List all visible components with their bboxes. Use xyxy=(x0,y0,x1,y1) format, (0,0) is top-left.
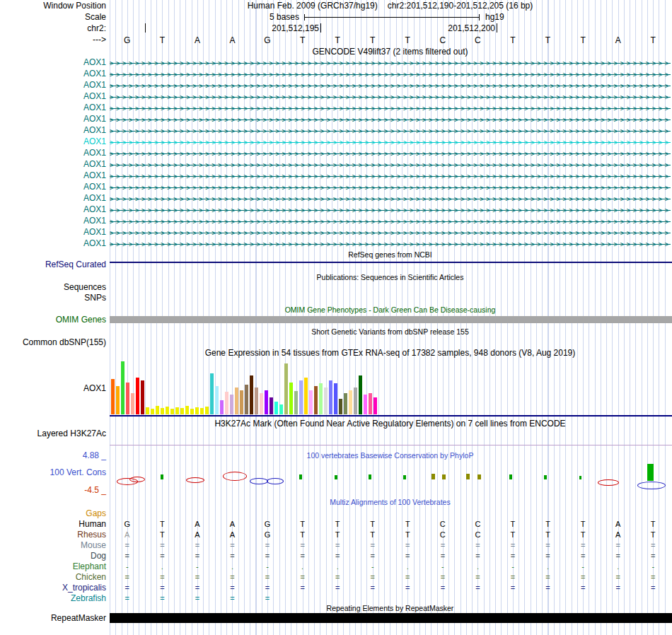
gencode-track-title[interactable]: GENCODE V49lift37 (2 items filtered out) xyxy=(110,47,671,57)
gtex-tissue-bar[interactable] xyxy=(265,390,268,414)
gtex-tissue-bar[interactable] xyxy=(190,409,194,414)
gtex-tissue-bar[interactable] xyxy=(319,383,323,414)
gtex-tissue-bar[interactable] xyxy=(235,388,238,414)
gtex-tissue-bar[interactable] xyxy=(205,407,209,414)
gtex-tissue-bar[interactable] xyxy=(245,385,248,414)
gtex-tissue-bar[interactable] xyxy=(289,383,293,414)
multiz-species-label[interactable]: Gaps xyxy=(0,508,106,518)
repeatmasker-label[interactable]: RepeatMasker xyxy=(0,614,106,623)
gencode-transcript-label[interactable]: AOX1 xyxy=(0,125,106,136)
gencode-transcript-label[interactable]: AOX1 xyxy=(0,204,106,215)
gencode-transcript-item[interactable]: >>>>>>>>>>>>>>>>>>>>>>>>>>>>>>>>>>>>>>>>… xyxy=(110,204,671,216)
gtex-tissue-bar[interactable] xyxy=(175,407,179,414)
gencode-transcript-label[interactable]: AOX1 xyxy=(0,159,106,170)
gtex-track-title[interactable]: Gene Expression in 54 tissues from GTEx … xyxy=(110,349,671,358)
omim-gene-item[interactable] xyxy=(110,316,672,323)
omim-track-title[interactable]: OMIM Gene Phenotypes - Dark Green Can Be… xyxy=(110,305,671,315)
gtex-tissue-bar[interactable] xyxy=(359,375,362,414)
gtex-tissue-bar[interactable] xyxy=(344,393,347,414)
gtex-tissue-bar[interactable] xyxy=(373,397,377,414)
gencode-transcript-label[interactable]: AOX1 xyxy=(0,227,106,238)
gtex-tissue-bar[interactable] xyxy=(156,406,159,414)
multiz-species-label[interactable]: Zebrafish xyxy=(0,593,106,603)
omim-genes-label[interactable]: OMIM Genes xyxy=(0,315,106,325)
gencode-transcript-label[interactable]: AOX1 xyxy=(0,114,106,124)
gencode-transcript-label[interactable]: AOX1 xyxy=(0,136,106,147)
repeatmasker-item[interactable] xyxy=(110,613,672,623)
gencode-transcript-item[interactable]: >>>>>>>>>>>>>>>>>>>>>>>>>>>>>>>>>>>>>>>>… xyxy=(110,103,671,114)
gencode-transcript-item[interactable]: >>>>>>>>>>>>>>>>>>>>>>>>>>>>>>>>>>>>>>>>… xyxy=(110,57,671,69)
gtex-tissue-bar[interactable] xyxy=(146,407,149,414)
gencode-transcript-item[interactable]: >>>>>>>>>>>>>>>>>>>>>>>>>>>>>>>>>>>>>>>>… xyxy=(110,170,671,182)
gtex-tissue-bar[interactable] xyxy=(170,409,174,414)
gtex-tissue-bar[interactable] xyxy=(260,393,263,414)
gtex-gene-label[interactable]: AOX1 xyxy=(0,384,106,393)
gtex-tissue-bar[interactable] xyxy=(111,379,115,414)
gtex-tissue-bar[interactable] xyxy=(166,407,169,414)
gencode-transcript-item[interactable]: >>>>>>>>>>>>>>>>>>>>>>>>>>>>>>>>>>>>>>>>… xyxy=(110,91,671,103)
refseq-track-title[interactable]: RefSeq genes from NCBI xyxy=(110,250,671,260)
gtex-tissue-bar[interactable] xyxy=(250,375,253,414)
gtex-tissue-bar[interactable] xyxy=(185,406,189,414)
gtex-tissue-bar[interactable] xyxy=(215,386,219,414)
multiz-species-label[interactable]: Dog xyxy=(0,551,106,561)
gtex-tissue-bar[interactable] xyxy=(180,408,184,414)
multiz-species-label[interactable]: Rhesus xyxy=(0,530,106,540)
gencode-transcript-label[interactable]: AOX1 xyxy=(0,193,106,204)
gencode-transcript-label[interactable]: AOX1 xyxy=(0,170,106,181)
gtex-tissue-bar[interactable] xyxy=(304,378,308,414)
gtex-tissue-bar[interactable] xyxy=(284,363,288,414)
gencode-transcript-item[interactable]: >>>>>>>>>>>>>>>>>>>>>>>>>>>>>>>>>>>>>>>>… xyxy=(110,159,671,170)
gencode-transcript-label[interactable]: AOX1 xyxy=(0,182,106,192)
gtex-tissue-bar[interactable] xyxy=(230,395,233,414)
gtex-tissue-bar[interactable] xyxy=(294,391,298,414)
publications-snps-label[interactable]: SNPs xyxy=(0,293,106,303)
gencode-transcript-label[interactable]: AOX1 xyxy=(0,69,106,79)
gtex-tissue-bar[interactable] xyxy=(299,380,303,414)
gencode-transcript-item[interactable]: >>>>>>>>>>>>>>>>>>>>>>>>>>>>>>>>>>>>>>>>… xyxy=(110,216,671,227)
gtex-tissue-bar[interactable] xyxy=(131,393,134,414)
gtex-tissue-bar[interactable] xyxy=(210,373,214,414)
gencode-transcript-label[interactable]: AOX1 xyxy=(0,216,106,226)
gtex-tissue-bar[interactable] xyxy=(334,383,337,414)
gtex-tissue-bar[interactable] xyxy=(354,388,357,414)
gencode-transcript-label[interactable]: AOX1 xyxy=(0,91,106,102)
gencode-transcript-item[interactable]: >>>>>>>>>>>>>>>>>>>>>>>>>>>>>>>>>>>>>>>>… xyxy=(110,227,671,238)
phylop-track-label[interactable]: 100 Vert. Cons xyxy=(0,468,106,477)
gtex-tissue-bar[interactable] xyxy=(116,386,120,414)
multiz-species-label[interactable]: Human xyxy=(0,519,106,529)
gtex-tissue-bar[interactable] xyxy=(240,390,243,414)
gencode-transcript-item[interactable]: >>>>>>>>>>>>>>>>>>>>>>>>>>>>>>>>>>>>>>>>… xyxy=(110,136,671,148)
gtex-tissue-bar[interactable] xyxy=(200,408,204,414)
gencode-transcript-label[interactable]: AOX1 xyxy=(0,148,106,158)
gencode-transcript-item[interactable]: >>>>>>>>>>>>>>>>>>>>>>>>>>>>>>>>>>>>>>>>… xyxy=(110,193,671,204)
gtex-tissue-bar[interactable] xyxy=(274,402,278,414)
dbsnp-track-title[interactable]: Short Genetic Variants from dbSNP releas… xyxy=(110,327,671,337)
repeatmasker-track-title[interactable]: Repeating Elements by RepeatMasker xyxy=(110,604,671,613)
gtex-tissue-bar[interactable] xyxy=(136,378,139,414)
gtex-tissue-bar[interactable] xyxy=(141,380,144,414)
publications-sequences-label[interactable]: Sequences xyxy=(0,283,106,292)
gtex-tissue-bar[interactable] xyxy=(364,395,367,414)
gtex-tissue-bar[interactable] xyxy=(161,408,164,414)
gtex-tissue-bar[interactable] xyxy=(279,404,283,414)
gencode-transcript-label[interactable]: AOX1 xyxy=(0,238,106,249)
gencode-transcript-item[interactable]: >>>>>>>>>>>>>>>>>>>>>>>>>>>>>>>>>>>>>>>>… xyxy=(110,69,671,80)
refseq-curated-item[interactable] xyxy=(110,262,672,263)
h3k27ac-track-title[interactable]: H3K27Ac Mark (Often Found Near Active Re… xyxy=(110,419,671,429)
gtex-tissue-bar[interactable] xyxy=(151,409,154,414)
gencode-transcript-label[interactable]: AOX1 xyxy=(0,103,106,113)
gencode-transcript-item[interactable]: >>>>>>>>>>>>>>>>>>>>>>>>>>>>>>>>>>>>>>>>… xyxy=(110,80,671,91)
gtex-tissue-bar[interactable] xyxy=(270,397,273,414)
multiz-species-label[interactable]: X_tropicalis xyxy=(0,583,106,593)
gtex-tissue-bar[interactable] xyxy=(309,390,313,414)
gencode-transcript-label[interactable]: AOX1 xyxy=(0,80,106,91)
gtex-tissue-bar[interactable] xyxy=(369,393,372,414)
publications-track-title[interactable]: Publications: Sequences in Scientific Ar… xyxy=(110,273,671,282)
multiz-species-label[interactable]: Elephant xyxy=(0,561,106,571)
gtex-tissue-bar[interactable] xyxy=(255,388,258,414)
gencode-transcript-item[interactable]: >>>>>>>>>>>>>>>>>>>>>>>>>>>>>>>>>>>>>>>>… xyxy=(110,148,671,159)
gencode-transcript-item[interactable]: >>>>>>>>>>>>>>>>>>>>>>>>>>>>>>>>>>>>>>>>… xyxy=(110,114,671,125)
h3k27ac-label[interactable]: Layered H3K27Ac xyxy=(0,429,106,438)
gencode-transcript-item[interactable]: >>>>>>>>>>>>>>>>>>>>>>>>>>>>>>>>>>>>>>>>… xyxy=(110,182,671,193)
